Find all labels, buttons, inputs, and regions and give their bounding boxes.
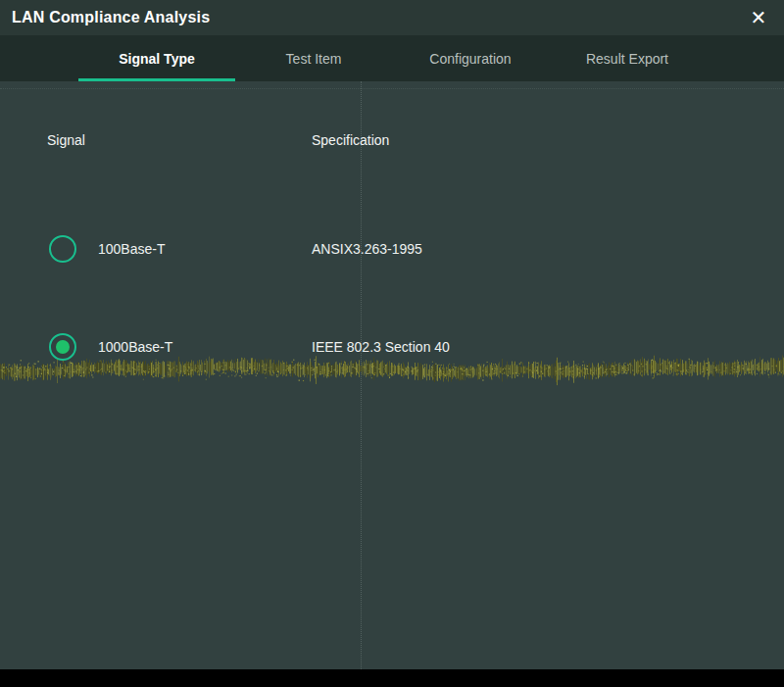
- signal-name[interactable]: 100Base-T: [98, 241, 165, 257]
- tab-bar: Signal Type Test Item Configuration Resu…: [0, 35, 784, 81]
- signal-type-panel: Signal Specification 100Base-T ANSIX3.26…: [0, 81, 784, 669]
- column-header-specification: Specification: [312, 132, 389, 148]
- tab-configuration[interactable]: Configuration: [392, 35, 549, 81]
- radio-dot: [56, 242, 70, 256]
- graticule-horizontal-line: [0, 88, 784, 89]
- dialog-titlebar: LAN Compliance Analysis ✕: [0, 0, 784, 35]
- column-header-signal: Signal: [47, 132, 85, 148]
- noise-waveform-trace: [0, 348, 784, 391]
- radio-100base-t[interactable]: [49, 235, 76, 263]
- lan-compliance-dialog: LAN Compliance Analysis ✕ Signal Type Te…: [0, 0, 784, 687]
- signal-row-100base-t: 100Base-T ANSIX3.263-1995: [0, 234, 784, 264]
- signal-specification: ANSIX3.263-1995: [312, 241, 422, 257]
- close-icon[interactable]: ✕: [743, 0, 774, 35]
- tab-result-export[interactable]: Result Export: [549, 35, 706, 81]
- tab-test-item[interactable]: Test Item: [235, 35, 392, 81]
- bottom-bar: [0, 669, 784, 687]
- dialog-title: LAN Compliance Analysis: [0, 9, 210, 26]
- table-header-row: Signal Specification: [0, 132, 784, 152]
- tab-signal-type[interactable]: Signal Type: [78, 35, 235, 81]
